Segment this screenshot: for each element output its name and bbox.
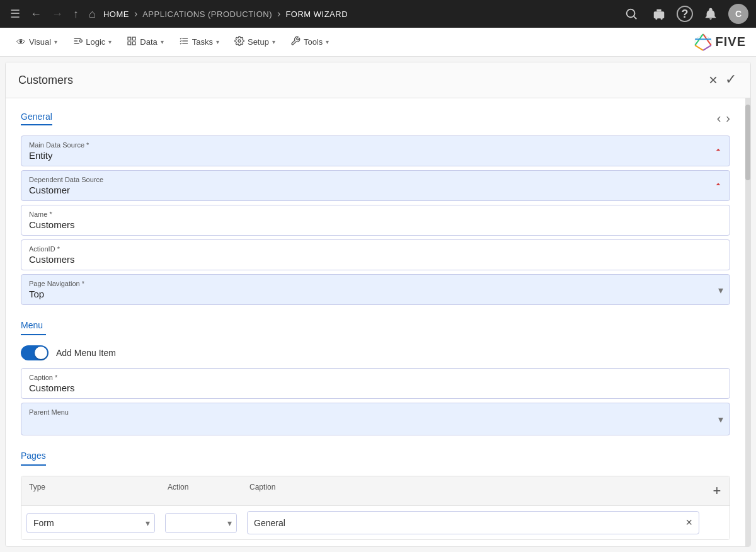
- tasks-label: Tasks: [192, 37, 213, 47]
- col-type: Type: [21, 476, 160, 505]
- logic-icon: [72, 36, 83, 48]
- type-select[interactable]: Form: [26, 513, 155, 533]
- add-menu-item-label: Add Menu Item: [56, 348, 116, 358]
- main-data-source-value: Entity: [29, 150, 722, 161]
- main-toolbar: 👁 Visual ▾ Logic ▾ Data ▾ Tasks ▾ Setup …: [0, 28, 756, 57]
- caption-field[interactable]: Caption * Customers: [21, 368, 730, 399]
- menu-section-label: Menu: [21, 320, 730, 330]
- svg-point-0: [627, 9, 635, 18]
- main-data-source-label: Main Data Source *: [29, 141, 722, 149]
- prev-arrow[interactable]: ‹: [717, 111, 721, 125]
- back-icon[interactable]: ←: [28, 5, 44, 23]
- svg-rect-7: [656, 18, 658, 20]
- home-label[interactable]: HOME: [103, 9, 129, 19]
- logic-dropdown-arrow: ▾: [108, 38, 112, 45]
- pages-table-container: Type Action Caption + Form: [21, 476, 730, 540]
- scroll-bar[interactable]: [745, 98, 750, 546]
- tools-dropdown-arrow: ▾: [326, 38, 329, 45]
- table-row: Form: [21, 506, 730, 539]
- home-icon: ⌂: [86, 5, 98, 23]
- form-header-actions: × ✓: [707, 70, 738, 90]
- toolbar-setup[interactable]: Setup ▾: [228, 32, 282, 52]
- form-body: General ‹ › Main Data Source * Entity: [6, 98, 750, 546]
- next-arrow[interactable]: ›: [726, 111, 730, 125]
- top-nav-actions: ? C: [621, 4, 748, 24]
- svg-rect-8: [661, 18, 663, 20]
- scroll-thumb: [745, 105, 750, 180]
- tasks-dropdown-arrow: ▾: [216, 38, 219, 45]
- app-label[interactable]: APPLICATIONS (PRODUCTION): [142, 9, 272, 19]
- caption-close-icon[interactable]: ×: [685, 516, 692, 529]
- svg-line-22: [695, 45, 703, 50]
- menu-icon[interactable]: ☰: [8, 4, 23, 23]
- page-navigation-value: Top: [29, 289, 722, 299]
- col-add[interactable]: +: [704, 476, 730, 505]
- caption-input[interactable]: General ×: [247, 511, 699, 534]
- svg-line-23: [703, 45, 711, 50]
- svg-point-4: [656, 14, 658, 16]
- action-select[interactable]: [165, 513, 237, 533]
- help-icon[interactable]: ?: [677, 6, 693, 22]
- svg-rect-13: [133, 42, 136, 45]
- setup-label: Setup: [248, 37, 269, 47]
- col-action: Action: [160, 476, 242, 505]
- confirm-button[interactable]: ✓: [724, 70, 738, 90]
- visual-label: Visual: [29, 37, 51, 47]
- page-navigation-field[interactable]: Page Navigation * Top ▾: [21, 274, 730, 305]
- svg-point-5: [660, 14, 662, 16]
- svg-rect-10: [128, 37, 131, 40]
- parent-menu-value: [29, 417, 722, 430]
- main-data-source-field[interactable]: Main Data Source * Entity: [21, 135, 730, 166]
- search-icon[interactable]: [621, 4, 641, 24]
- name-value: Customers: [29, 219, 722, 230]
- dependent-data-source-arrow-icon[interactable]: [713, 179, 723, 192]
- dependent-data-source-label: Dependent Data Source: [29, 176, 722, 183]
- wizard-label[interactable]: FORM WIZARD: [285, 9, 348, 19]
- menu-section-divider: Menu: [21, 320, 730, 335]
- svg-point-9: [80, 40, 83, 42]
- data-icon: [127, 36, 137, 48]
- action-select-wrapper: [165, 513, 237, 533]
- tab-general[interactable]: General: [21, 112, 52, 125]
- toolbar-visual[interactable]: 👁 Visual ▾: [10, 33, 64, 51]
- main-data-source-arrow-icon[interactable]: [713, 145, 723, 158]
- forward-icon[interactable]: →: [49, 5, 66, 23]
- row-type-cell[interactable]: Form: [21, 508, 160, 538]
- data-label: Data: [140, 37, 157, 47]
- row-action-cell[interactable]: [160, 508, 242, 538]
- name-field[interactable]: Name * Customers: [21, 205, 730, 236]
- toolbar-tools[interactable]: Tools ▾: [284, 32, 335, 52]
- robot-icon[interactable]: [649, 4, 669, 24]
- toolbar-data[interactable]: Data ▾: [120, 32, 169, 52]
- breadcrumb-sep-2: ›: [277, 8, 280, 20]
- caption-label: Caption *: [29, 374, 722, 381]
- action-id-label: ActionID *: [29, 245, 722, 253]
- caption-value: Customers: [29, 382, 722, 393]
- toggle-knob: [35, 347, 47, 359]
- row-actions-cell: [704, 518, 730, 528]
- form-header: Customers × ✓: [6, 62, 750, 98]
- close-button[interactable]: ×: [707, 70, 719, 90]
- section-header-general: General ‹ ›: [21, 111, 730, 125]
- notification-icon[interactable]: [701, 4, 721, 24]
- svg-line-1: [634, 16, 636, 19]
- svg-rect-11: [133, 37, 136, 40]
- section-tabs: General: [21, 112, 52, 125]
- svg-point-17: [238, 40, 241, 42]
- parent-menu-field[interactable]: Parent Menu ▾: [21, 403, 730, 435]
- toolbar-tasks[interactable]: Tasks ▾: [173, 32, 226, 52]
- action-id-field[interactable]: ActionID * Customers: [21, 239, 730, 270]
- user-avatar[interactable]: C: [728, 4, 748, 24]
- toolbar-logic[interactable]: Logic ▾: [66, 32, 118, 52]
- page-navigation-label: Page Navigation *: [29, 280, 722, 287]
- tools-icon: [290, 36, 301, 48]
- page-navigation-dropdown-icon[interactable]: ▾: [718, 284, 723, 296]
- nav-arrows: ‹ ›: [717, 111, 730, 125]
- up-icon[interactable]: ↑: [71, 5, 81, 23]
- add-menu-item-toggle[interactable]: [21, 345, 49, 360]
- setup-dropdown-arrow: ▾: [272, 38, 275, 45]
- parent-menu-dropdown-icon[interactable]: ▾: [718, 413, 723, 425]
- svg-rect-12: [128, 42, 131, 45]
- col-caption: Caption: [242, 476, 704, 505]
- dependent-data-source-field[interactable]: Dependent Data Source Customer: [21, 170, 730, 201]
